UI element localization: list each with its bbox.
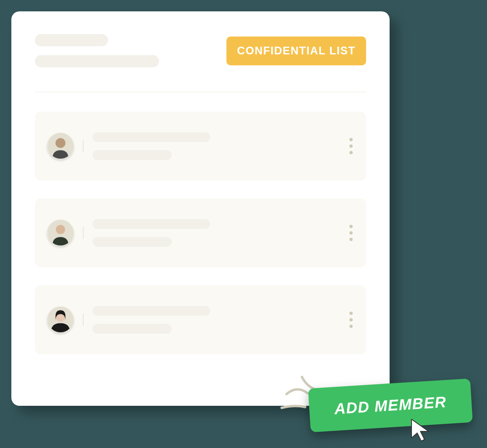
item-line-2 [93,324,172,334]
more-menu-icon[interactable] [347,308,355,331]
list-card: CONFIDENTIAL LIST [11,11,390,406]
item-line-1 [93,219,210,229]
svg-point-3 [56,225,65,234]
avatar [47,306,74,333]
item-line-2 [93,237,172,247]
divider [35,92,366,92]
confidential-badge: CONFIDENTIAL LIST [226,37,366,65]
list-item [35,285,366,354]
add-member-group: ADD MEMBER [309,383,476,444]
list-item [35,198,366,267]
item-text-placeholder [93,219,347,247]
card-header: CONFIDENTIAL LIST [35,34,366,67]
title-placeholder-line-2 [35,55,159,67]
title-placeholder-column [35,34,159,67]
more-menu-icon[interactable] [347,222,355,244]
separator [83,227,84,239]
more-menu-icon[interactable] [347,135,355,157]
title-placeholder-line-1 [35,34,108,46]
avatar [47,133,74,159]
list-item [35,112,366,181]
separator [83,140,84,152]
item-line-2 [93,150,172,160]
svg-point-1 [56,138,65,148]
avatar [47,220,74,246]
item-line-1 [93,132,210,142]
cursor-icon [408,418,434,444]
item-line-1 [93,306,210,316]
member-list [35,112,366,354]
separator [83,314,84,326]
item-text-placeholder [93,306,347,334]
item-text-placeholder [93,132,347,160]
